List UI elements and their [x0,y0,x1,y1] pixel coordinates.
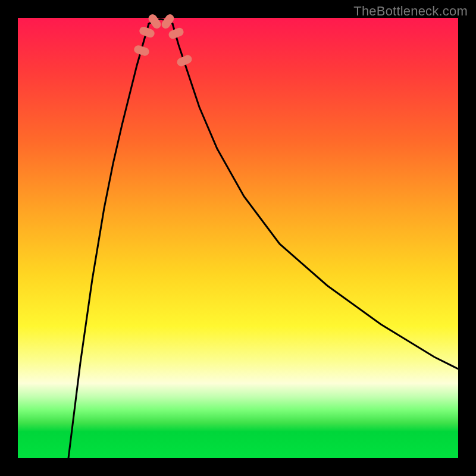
curve-svg [18,18,458,458]
curve-left-branch [68,24,149,458]
watermark-text: TheBottleneck.com [353,4,468,19]
curve-right-branch [173,24,458,369]
chart-frame: TheBottleneck.com [0,0,476,476]
plot-area [18,18,458,458]
